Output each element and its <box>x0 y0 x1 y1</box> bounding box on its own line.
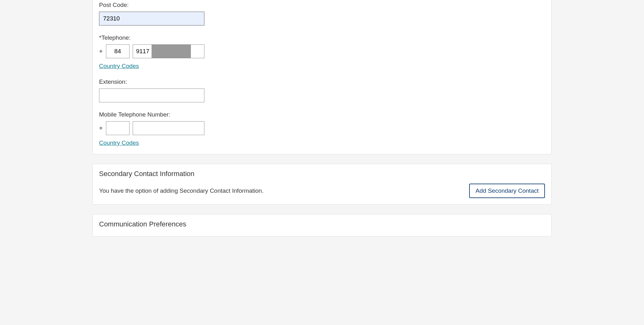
secondary-heading: Secondary Contact Information <box>99 170 545 178</box>
mobile-number-input[interactable] <box>133 121 204 135</box>
mobile-country-code-input[interactable] <box>106 121 130 135</box>
extension-group: Extension: <box>99 78 545 102</box>
telephone-row: + <box>99 44 545 58</box>
telephone-number-input[interactable] <box>133 44 204 58</box>
secondary-description: You have the option of adding Secondary … <box>99 187 264 194</box>
mobile-row: + <box>99 121 545 135</box>
telephone-country-codes-link[interactable]: Country Codes <box>99 63 139 70</box>
comms-heading: Communication Preferences <box>99 220 545 228</box>
mobile-country-codes-link[interactable]: Country Codes <box>99 140 139 146</box>
secondary-contact-card: Secondary Contact Information You have t… <box>92 164 552 205</box>
add-secondary-contact-button[interactable]: Add Secondary Contact <box>469 184 545 198</box>
mobile-group: Mobile Telephone Number: + Country Codes <box>99 111 545 146</box>
telephone-country-code-input[interactable] <box>106 44 130 58</box>
extension-label: Extension: <box>99 78 545 85</box>
postcode-input[interactable] <box>99 12 204 26</box>
secondary-row: You have the option of adding Secondary … <box>99 184 545 198</box>
plus-icon: + <box>99 125 103 132</box>
postcode-label: Post Code: <box>99 2 545 9</box>
mobile-label: Mobile Telephone Number: <box>99 111 545 118</box>
primary-contact-card: Post Code: *Telephone: + Country Codes E… <box>92 0 552 154</box>
postcode-group: Post Code: <box>99 2 545 26</box>
telephone-group: *Telephone: + Country Codes <box>99 34 545 70</box>
communication-preferences-card: Communication Preferences <box>92 214 552 237</box>
extension-input[interactable] <box>99 88 204 102</box>
telephone-label: *Telephone: <box>99 34 545 41</box>
plus-icon: + <box>99 48 103 55</box>
